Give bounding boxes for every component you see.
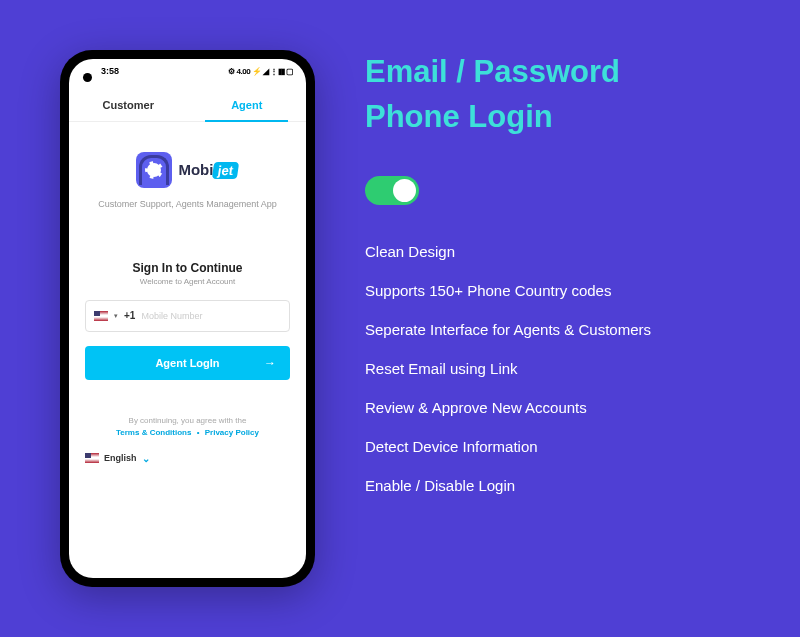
phone-number-input-group[interactable]: ▾ +1 (85, 300, 290, 332)
status-bar: 3:58 ⚙ 4.00 ⚡ ◢ ⋮▮▮ ▢ (69, 59, 306, 83)
legal-text: By continuing, you agree with the Terms … (85, 415, 290, 439)
feature-item: Supports 150+ Phone Country codes (365, 282, 760, 299)
feature-item: Clean Design (365, 243, 760, 260)
feature-list: Clean Design Supports 150+ Phone Country… (365, 243, 760, 494)
feature-panel: Email / Password Phone Login Clean Desig… (315, 50, 760, 597)
app-logo: Mobijet (136, 152, 238, 188)
camera-dot (83, 73, 92, 82)
language-flag-icon (85, 453, 99, 463)
dial-code: +1 (124, 310, 135, 321)
feature-item: Enable / Disable Login (365, 477, 760, 494)
app-content: Mobijet Customer Support, Agents Managem… (69, 122, 306, 578)
agent-login-button[interactable]: Agent LogIn → (85, 346, 290, 380)
chevron-down-icon: ⌄ (142, 453, 150, 464)
feature-item: Detect Device Information (365, 438, 760, 455)
app-tagline: Customer Support, Agents Management App (98, 198, 277, 211)
phone-mockup: 3:58 ⚙ 4.00 ⚡ ◢ ⋮▮▮ ▢ Customer Agent Mob… (60, 50, 315, 587)
feature-item: Reset Email using Link (365, 360, 760, 377)
privacy-link[interactable]: Privacy Policy (205, 428, 259, 437)
feature-item: Review & Approve New Accounts (365, 399, 760, 416)
terms-link[interactable]: Terms & Conditions (116, 428, 191, 437)
language-label: English (104, 453, 137, 463)
chevron-down-icon[interactable]: ▾ (114, 312, 118, 320)
status-time: 3:58 (101, 66, 119, 76)
feature-item: Seperate Interface for Agents & Customer… (365, 321, 760, 338)
signin-subtitle: Welcome to Agent Account (85, 277, 290, 286)
tab-customer[interactable]: Customer (69, 91, 188, 121)
feature-toggle[interactable] (365, 176, 419, 205)
signin-section: Sign In to Continue Welcome to Agent Acc… (85, 261, 290, 464)
headline: Email / Password Phone Login (365, 50, 760, 140)
phone-screen: 3:58 ⚙ 4.00 ⚡ ◢ ⋮▮▮ ▢ Customer Agent Mob… (69, 59, 306, 578)
status-indicators: ⚙ 4.00 ⚡ ◢ ⋮▮▮ ▢ (228, 67, 294, 76)
signin-title: Sign In to Continue (85, 261, 290, 275)
language-selector[interactable]: English ⌄ (85, 453, 290, 464)
login-button-label: Agent LogIn (155, 357, 219, 369)
logo-text: Mobijet (178, 161, 238, 179)
toggle-knob (393, 179, 416, 202)
tabs: Customer Agent (69, 83, 306, 122)
tab-agent[interactable]: Agent (188, 91, 307, 121)
arrow-right-icon: → (264, 356, 276, 370)
mobile-number-input[interactable] (141, 311, 281, 321)
logo-icon (136, 152, 172, 188)
country-flag-icon[interactable] (94, 311, 108, 321)
